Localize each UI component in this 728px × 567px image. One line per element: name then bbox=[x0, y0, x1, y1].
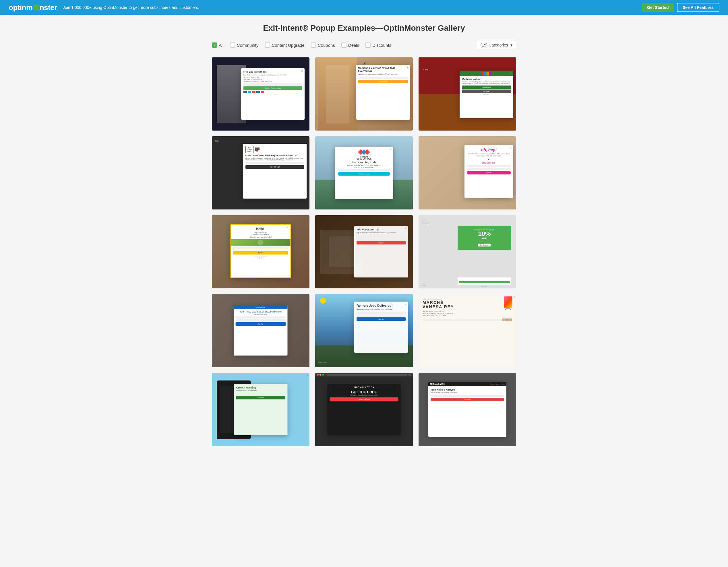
popup15-nav-contact[interactable]: Contact bbox=[501, 383, 505, 385]
popup7-dots bbox=[233, 258, 288, 259]
popup7-email-input[interactable] bbox=[233, 247, 288, 249]
popup2-btn[interactable]: ¡Sí! Anotarme bbox=[358, 80, 408, 83]
gallery-item-1[interactable]: × From Zero to 330 Million How I built o… bbox=[212, 57, 309, 131]
gallery-item-3[interactable]: OUT × Want more freebies? Check out the … bbox=[419, 57, 516, 131]
popup7-btn[interactable]: Sign Up bbox=[233, 251, 288, 255]
gallery-item-15[interactable]: TESLANOMICS Features About Contact Tesla… bbox=[419, 373, 516, 446]
popup2-close-x[interactable]: × bbox=[364, 61, 366, 66]
gallery-item-12[interactable]: × a little note to let you know... MARCH… bbox=[419, 294, 516, 367]
filter-content-upgrade[interactable]: Content Upgrade bbox=[265, 42, 305, 48]
popup15-nav-about[interactable]: About bbox=[496, 383, 499, 385]
gallery-item-7[interactable]: × Hello! Hey! wait! Don't go!Don't miss … bbox=[212, 215, 309, 288]
popup15-email-input[interactable] bbox=[431, 395, 504, 397]
popup3-no-btn[interactable]: Not today. bbox=[462, 90, 511, 93]
popup2-name-input[interactable] bbox=[358, 77, 383, 79]
gallery-item-10[interactable]: Sleep Training YOUR FREE DAD & BABY SLEE… bbox=[212, 294, 309, 367]
popup5-email-input[interactable] bbox=[338, 169, 390, 171]
close-icon-7[interactable]: × bbox=[287, 226, 289, 229]
gallery-item-2[interactable]: × Marketing y ventas PARA TUS SERVICIOS … bbox=[315, 57, 413, 131]
popup2-email-input[interactable] bbox=[383, 77, 408, 79]
filter-discounts[interactable]: Discounts bbox=[365, 42, 391, 48]
popup6-email-input[interactable] bbox=[467, 165, 511, 167]
popup15-brand: TESLANOMICS bbox=[430, 383, 445, 385]
header-left: optinmnster Join 1,000,000+ using OptinM… bbox=[9, 3, 199, 12]
popup5-btn[interactable]: Start Learning bbox=[338, 172, 390, 176]
header-tagline: Join 1,000,000+ using OptinMonster to ge… bbox=[63, 5, 199, 10]
filter-deals-checkbox[interactable] bbox=[341, 42, 346, 48]
close-icon-13[interactable]: × bbox=[307, 374, 308, 377]
popup11-name-input[interactable] bbox=[357, 311, 406, 313]
popup11-sun bbox=[320, 298, 326, 303]
close-icon-11[interactable]: × bbox=[404, 303, 406, 306]
gallery-item-8[interactable]: × THE ACCELERATOR Sign up to receive new… bbox=[315, 215, 413, 288]
gallery-grid: × From Zero to 330 Million How I built o… bbox=[212, 57, 516, 446]
filter-community-label: Community bbox=[237, 43, 259, 48]
popup6-heart-icon: ♥ bbox=[467, 158, 511, 161]
popup6-btn[interactable]: Sign Up bbox=[467, 171, 511, 175]
popup15-nav-features[interactable]: Features bbox=[490, 383, 495, 385]
gallery-item-5[interactable]: × MontanaCODE SCHOOL Start Learning Code… bbox=[315, 136, 413, 210]
filter-community-checkbox[interactable] bbox=[230, 42, 235, 48]
popup14-btn[interactable]: Subscribe Now bbox=[330, 397, 398, 401]
close-icon-3[interactable]: × bbox=[510, 72, 512, 75]
popup6-name-input[interactable] bbox=[467, 168, 511, 170]
popup4-title: Know Your Options: FREE English Saddle B… bbox=[245, 154, 304, 157]
popup11-title: Remote Jobs Delivered! bbox=[357, 304, 406, 307]
gallery-item-13[interactable]: × Growth Hacking Subscribe for tips and … bbox=[212, 373, 309, 446]
categories-dropdown[interactable]: (15) Categories ▾ bbox=[477, 41, 516, 49]
popup8-email-input[interactable] bbox=[357, 238, 406, 240]
popup10-btn[interactable]: Sign Up bbox=[236, 322, 286, 326]
popup10-name-input[interactable] bbox=[236, 316, 286, 318]
popup5-sub: Tech businesses are hiring and tech skil… bbox=[338, 165, 390, 166]
popup13-sub: Subscribe for tips and strategies bbox=[236, 390, 285, 391]
popup4-email-input[interactable] bbox=[245, 162, 304, 165]
filter-all-checkbox[interactable] bbox=[212, 42, 217, 48]
close-icon-6[interactable]: × bbox=[510, 146, 512, 150]
close-icon[interactable]: × bbox=[301, 69, 303, 73]
popup12-btn[interactable]: Sign me up! bbox=[502, 318, 512, 321]
close-icon-4[interactable]: × bbox=[303, 145, 305, 148]
gallery-item-11[interactable]: Job Seeker × Remote Jobs Delivered! Want… bbox=[315, 294, 413, 367]
popup9-bg-win: WINHEALT bbox=[421, 219, 430, 225]
popup13-btn[interactable]: Subscribe bbox=[236, 396, 285, 399]
popup12-name-input[interactable] bbox=[423, 319, 462, 321]
gallery-item-9[interactable]: WINHEALT TheFerm... TODAY'S PROMOTION 10… bbox=[419, 215, 516, 288]
gallery-item-6[interactable]: A × oh, hey! Your inbox told us you want… bbox=[419, 136, 516, 210]
get-started-button[interactable]: Get Started bbox=[642, 3, 674, 12]
popup5-logo bbox=[338, 150, 390, 155]
popup1-email-input[interactable] bbox=[243, 83, 302, 86]
popup11-email-input[interactable] bbox=[357, 314, 406, 316]
filter-deals[interactable]: Deals bbox=[341, 42, 359, 48]
gallery-item-4[interactable]: DOLI × THESADDLEGEEK Know Your Options: … bbox=[212, 136, 309, 210]
popup1-submit-btn[interactable]: Give Me The Free eBook bbox=[243, 86, 302, 90]
filter-community[interactable]: Community bbox=[230, 42, 259, 48]
popup12-brand: MARCHÉVANESA REY bbox=[423, 300, 512, 309]
popup11-btn[interactable]: Sign Up bbox=[357, 317, 406, 321]
popup8-name-input[interactable] bbox=[357, 235, 406, 237]
close-icon-8[interactable]: × bbox=[404, 227, 406, 231]
filter-content-upgrade-checkbox[interactable] bbox=[265, 42, 270, 48]
popup3-yes-btn[interactable]: Take me there! bbox=[462, 86, 511, 89]
popup4-btn[interactable]: JOIN THE LIST bbox=[245, 165, 304, 169]
close-icon-5[interactable]: × bbox=[390, 148, 392, 151]
popup15-btn[interactable]: Subscribe bbox=[431, 398, 504, 401]
popup12-email-input[interactable] bbox=[462, 319, 502, 321]
close-icon-12[interactable]: × bbox=[513, 295, 515, 298]
popup3-day: Friday this... bbox=[462, 94, 511, 95]
popup4-logo-text: THESADDLEGEEK bbox=[245, 146, 254, 153]
popup13-email-input[interactable] bbox=[236, 393, 285, 395]
popup9-get-btn[interactable]: Get Discount bbox=[478, 244, 491, 247]
popup9-input[interactable] bbox=[459, 281, 510, 283]
filter-discounts-checkbox[interactable] bbox=[365, 42, 371, 48]
popup8-btn[interactable]: Sign up bbox=[357, 241, 406, 245]
popup12-form: Sign me up! bbox=[423, 318, 512, 321]
popup6-sub: Your inbox told us you want free printab… bbox=[467, 153, 511, 157]
filter-coupons-checkbox[interactable] bbox=[311, 42, 316, 48]
close-icon-2[interactable]: × bbox=[406, 66, 408, 69]
gallery-item-14[interactable]: diCONSUMPTION GET THE CODE Newsletter su… bbox=[315, 373, 413, 446]
see-features-button[interactable]: See All Features bbox=[677, 3, 719, 12]
filter-all[interactable]: All bbox=[212, 42, 224, 48]
popup10-email-input[interactable] bbox=[236, 319, 286, 321]
logo[interactable]: optinmnster bbox=[9, 3, 57, 12]
filter-coupons[interactable]: Coupons bbox=[311, 42, 335, 48]
